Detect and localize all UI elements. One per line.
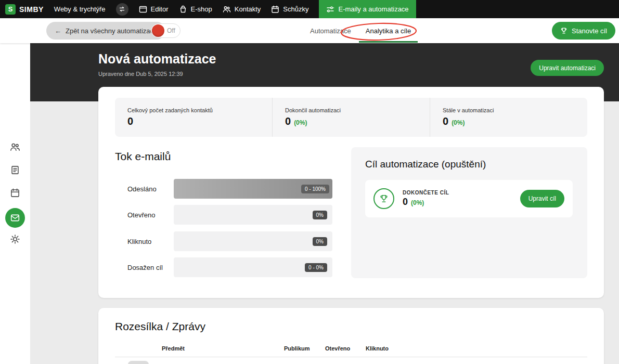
nav-label: Editor [151, 5, 169, 13]
nav-label: Weby & trychtýře [54, 5, 106, 13]
email-icon [5, 208, 25, 228]
set-goal-label: Stanovte cíl [572, 27, 607, 35]
flow-bar-goal-reached: 0 - 0% [174, 257, 332, 277]
goal-card: DOKONČETE CÍL 0(0%) Upravit cíl [365, 180, 573, 217]
stat-total-contacts: Celkový počet zadaných kontaktů 0 [115, 98, 272, 137]
simby-logo-icon: S [5, 4, 16, 15]
edit-goal-button[interactable]: Upravit cíl [520, 190, 564, 207]
goal-percent: (0%) [411, 199, 424, 206]
top-navbar: S SIMBY Weby & trychtýře Editor E-shop [0, 0, 619, 18]
page-title: Nová automatizace [98, 51, 216, 67]
sidebar-contacts-icon[interactable] [10, 142, 20, 152]
table-row-placeholder [128, 361, 149, 364]
brand-name: SIMBY [19, 5, 44, 14]
nav-label: E-shop [191, 5, 212, 13]
sidebar-settings-icon[interactable] [10, 234, 20, 244]
set-goal-button[interactable]: Stanovte cíl [552, 22, 615, 40]
goal-trophy-icon [373, 188, 394, 209]
analytics-tabs: Automatizace Analytika a cíle [310, 18, 411, 43]
column-header-publikum: Publikum [284, 345, 310, 352]
flow-bar-sent: 0 - 100% [174, 179, 332, 199]
stat-label: Dokončil automatizaci [285, 107, 430, 113]
stat-percent: (0%) [452, 119, 465, 126]
nav-label: Schůzky [283, 5, 308, 13]
flow-row-otevreno: Otevřeno 0% [127, 205, 332, 225]
messages-title: Rozesílka / Zprávy [115, 320, 205, 333]
stat-value: 0 [285, 115, 291, 127]
flow-badge: 0 - 100% [301, 185, 329, 193]
flow-badge: 0% [313, 237, 327, 246]
last-updated-text: Upraveno dne Dub 5, 2025 12:39 [98, 71, 183, 77]
flow-badge: 0 - 0% [305, 263, 327, 272]
automation-goal-panel: Cíl automatizace (opuštění) DOKONČETE CÍ… [351, 147, 587, 278]
stat-label: Celkový počet zadaných kontaktů [127, 107, 272, 113]
stats-strip: Celkový počet zadaných kontaktů 0 Dokonč… [115, 98, 587, 137]
nav-item-weby-trychtyre[interactable]: Weby & trychtýře [54, 0, 106, 18]
stat-percent: (0%) [294, 119, 307, 126]
flow-badge: 0% [313, 211, 327, 219]
flow-row-label: Dosažen cíl [127, 264, 174, 271]
flow-row-label: Kliknuto [127, 238, 174, 245]
trophy-icon [560, 27, 568, 34]
tab-label: Automatizace [310, 27, 351, 35]
back-label: Zpět na všechny automatizace [66, 27, 157, 35]
shopping-bag-icon [179, 5, 187, 14]
sidebar-forms-icon[interactable] [10, 165, 20, 175]
flow-row-dosazen-cil: Dosažen cíl 0 - 0% [127, 257, 332, 277]
nav-item-emaily-automatizace[interactable]: E-maily a automatizace [319, 0, 416, 18]
tab-automatizace[interactable]: Automatizace [310, 18, 351, 43]
stat-label: Stále v automatizaci [443, 107, 587, 113]
swap-icon[interactable] [116, 3, 128, 16]
nav-label: Kontakty [235, 5, 261, 13]
analytics-card: Celkový počet zadaných kontaktů 0 Dokonč… [98, 87, 604, 298]
toggle-knob [152, 24, 164, 37]
stat-value: 0 [127, 115, 133, 127]
stat-value-wrap: 0(0%) [443, 115, 587, 127]
tab-label: Analytika a cíle [366, 27, 411, 35]
flow-bar-opened: 0% [174, 205, 332, 225]
toggle-label: Off [167, 27, 175, 34]
nav-item-schuzky[interactable]: Schůzky [271, 0, 308, 18]
goal-value-wrap: 0(0%) [403, 197, 449, 207]
contacts-icon [223, 5, 231, 14]
stat-still-in-automation: Stále v automatizaci 0(0%) [430, 98, 587, 137]
back-to-automations-button[interactable]: ← Zpět na všechny automatizace [46, 22, 165, 40]
goal-label: DOKONČETE CÍL [403, 190, 449, 196]
stat-value-wrap: 0 [127, 115, 272, 127]
goal-panel-title: Cíl automatizace (opuštění) [365, 159, 486, 170]
goal-texts: DOKONČETE CÍL 0(0%) [403, 190, 449, 207]
flow-row-label: Odesláno [127, 185, 174, 193]
sidebar-email-active[interactable] [5, 208, 25, 228]
stat-completed: Dokončil automatizaci 0(0%) [272, 98, 430, 137]
messages-card: Rozesílka / Zprávy Předmět Publikum Otev… [98, 308, 604, 364]
edit-automation-button[interactable]: Upravit automatizaci [531, 60, 604, 76]
automation-off-toggle[interactable]: Off [151, 23, 180, 38]
calendar-icon [271, 5, 279, 14]
flow-row-odeslano: Odesláno 0 - 100% [127, 179, 332, 199]
automation-sliders-icon [326, 5, 334, 14]
nav-item-eshop[interactable]: E-shop [179, 0, 212, 18]
stat-value-wrap: 0(0%) [285, 115, 430, 127]
app: S SIMBY Weby & trychtýře Editor E-shop [0, 0, 619, 364]
email-flow-title: Tok e-mailů [115, 150, 171, 163]
sidebar-calendar-icon[interactable] [10, 188, 20, 198]
column-header-otevreno: Otevřeno [325, 345, 350, 352]
flow-bar-clicked: 0% [174, 231, 332, 251]
left-sidebar [0, 43, 30, 364]
goal-value: 0 [403, 197, 408, 207]
tab-analytika-a-cile[interactable]: Analytika a cíle [366, 18, 411, 43]
flow-row-label: Otevřeno [127, 211, 174, 219]
simby-logo[interactable]: S SIMBY [5, 4, 44, 15]
editor-icon [139, 5, 147, 14]
table-header-divider [115, 357, 587, 357]
main-content: Nová automatizace Upraveno dne Dub 5, 20… [30, 43, 619, 364]
flow-row-kliknuto: Kliknuto 0% [127, 231, 332, 251]
stat-value: 0 [443, 115, 448, 127]
nav-label: E-maily a automatizace [338, 5, 408, 13]
automation-toolbar: ← Zpět na všechny automatizace Off Autom… [0, 18, 619, 43]
column-header-predmet: Předmět [162, 345, 185, 352]
back-arrow-icon: ← [55, 27, 61, 35]
nav-item-kontakty[interactable]: Kontakty [223, 0, 261, 18]
column-header-kliknuto: Kliknuto [366, 345, 389, 352]
nav-item-editor[interactable]: Editor [139, 0, 169, 18]
